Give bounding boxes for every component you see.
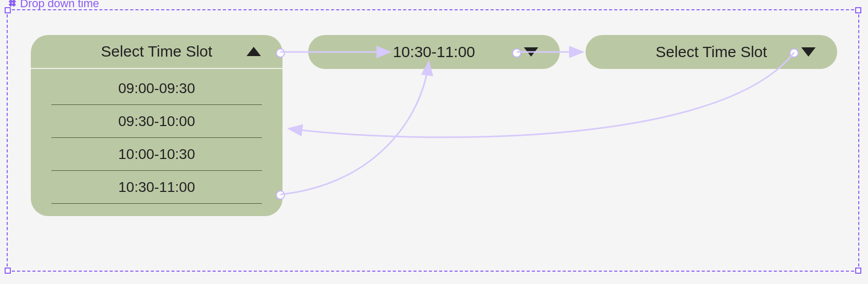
chevron-up-icon [247, 47, 261, 56]
dropdown-header-label: Select Time Slot [656, 43, 767, 61]
dropdown-header[interactable]: Select Time Slot [586, 35, 837, 69]
dropdown-open[interactable]: Select Time Slot 09:00-09:30 09:30-10:00… [31, 35, 282, 216]
prototype-node[interactable] [512, 48, 521, 58]
resize-handle-bottom-left[interactable] [5, 268, 11, 274]
dropdown-option[interactable]: 09:00-09:30 [51, 72, 262, 105]
dropdown-option[interactable]: 10:00-10:30 [51, 138, 262, 171]
component-label: Drop down time [8, 0, 99, 10]
resize-handle-top-left[interactable] [5, 7, 11, 13]
component-frame[interactable]: Select Time Slot 09:00-09:30 09:30-10:00… [7, 9, 859, 272]
prototype-node[interactable] [276, 48, 285, 58]
resize-handle-bottom-right[interactable] [855, 268, 861, 274]
dropdown-options-list: 09:00-09:30 09:30-10:00 10:00-10:30 10:3… [31, 69, 282, 216]
dropdown-closed-placeholder[interactable]: Select Time Slot [586, 35, 837, 69]
prototype-node[interactable] [789, 48, 799, 58]
dropdown-header[interactable]: 10:30-11:00 [308, 35, 560, 69]
resize-handle-top-right[interactable] [855, 7, 861, 13]
dropdown-header-label: Select Time Slot [101, 43, 213, 60]
dropdown-closed-selected[interactable]: 10:30-11:00 [308, 35, 560, 69]
chevron-down-icon [524, 47, 538, 57]
dropdown-header[interactable]: Select Time Slot [31, 35, 282, 69]
dropdown-option[interactable]: 10:30-11:00 [51, 171, 262, 204]
component-label-text: Drop down time [20, 0, 99, 10]
chevron-down-icon [801, 47, 816, 57]
prototype-node[interactable] [276, 190, 285, 200]
dropdown-header-label: 10:30-11:00 [393, 43, 475, 61]
svg-rect-3 [12, 3, 16, 7]
dropdown-option[interactable]: 09:30-10:00 [51, 105, 262, 138]
